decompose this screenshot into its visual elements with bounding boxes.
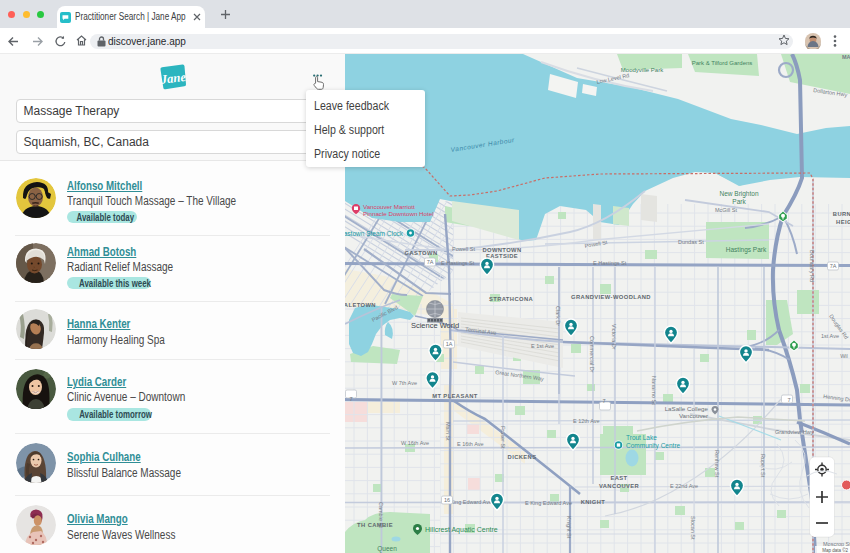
svg-text:16: 16 (444, 497, 450, 503)
svg-text:E King Edward Ave: E King Edward Ave (525, 500, 572, 506)
svg-text:GRANDVIEW-WOODLAND: GRANDVIEW-WOODLAND (571, 294, 651, 300)
svg-text:E 1st Ave: E 1st Ave (531, 343, 554, 349)
svg-text:1st Ave: 1st Ave (821, 333, 839, 339)
svg-text:E 22nd Ave: E 22nd Ave (670, 483, 698, 489)
svg-text:Renfrew St: Renfrew St (714, 450, 720, 478)
svg-text:GASTOWN: GASTOWN (405, 250, 438, 256)
svg-text:Knight St: Knight St (566, 516, 572, 539)
svg-text:Vancouver Marriott: Vancouver Marriott (363, 203, 415, 210)
svg-text:Park: Park (732, 198, 746, 205)
svg-text:7A: 7A (427, 259, 434, 265)
svg-text:Main St: Main St (445, 422, 451, 441)
svg-text:HEIG: HEIG (836, 219, 850, 225)
svg-text:E Hastings St: E Hastings St (593, 260, 627, 266)
svg-text:Jane: Jane (159, 70, 187, 87)
svg-text:Wil: Wil (840, 353, 848, 359)
svg-text:Queen: Queen (377, 545, 397, 553)
svg-text:TH CAMBIE: TH CAMBIE (357, 522, 393, 528)
svg-text:Community Centre: Community Centre (626, 442, 681, 450)
svg-text:Vancouver: Vancouver (679, 412, 708, 419)
svg-text:EAST: EAST (610, 475, 627, 481)
svg-text:Victoria Dr: Victoria Dr (611, 324, 617, 350)
svg-text:STRATHCONA: STRATHCONA (489, 296, 534, 302)
svg-text:7: 7 (602, 398, 605, 404)
svg-text:Grandview Hwy: Grandview Hwy (775, 429, 814, 435)
svg-text:LaSalle College: LaSalle College (665, 405, 709, 412)
svg-text:Slocan St: Slocan St (690, 516, 696, 540)
svg-text:MT PLEASANT: MT PLEASANT (432, 393, 478, 399)
svg-text:E 12th Ave: E 12th Ave (573, 418, 600, 424)
svg-text:DOWNTOWN: DOWNTOWN (482, 247, 521, 253)
svg-text:Rupert St: Rupert St (760, 454, 766, 478)
svg-text:E 16th Ave: E 16th Ave (457, 441, 484, 447)
svg-text:Science World: Science World (411, 321, 459, 330)
svg-text:BURN: BURN (833, 211, 850, 217)
svg-text:McGill St: McGill St (715, 207, 737, 213)
svg-text:Dundas St: Dundas St (678, 239, 704, 245)
svg-text:7A: 7A (830, 263, 837, 269)
svg-text:Commercial Dr: Commercial Dr (589, 336, 595, 373)
svg-text:YALETOWN: YALETOWN (345, 302, 376, 308)
svg-text:Fraser St: Fraser St (500, 426, 506, 449)
svg-text:VANCOUVER: VANCOUVER (599, 483, 640, 489)
svg-text:Boundary Rd: Boundary Rd (809, 250, 815, 282)
svg-text:MAR: MAR (842, 54, 850, 60)
svg-text:KNIGHT: KNIGHT (581, 499, 606, 505)
svg-text:Nanaimo St: Nanaimo St (651, 376, 657, 405)
svg-text:W 7th Ave: W 7th Ave (392, 380, 417, 386)
svg-text:Clark Dr: Clark Dr (555, 306, 561, 326)
svg-text:Hastings Park: Hastings Park (726, 246, 767, 254)
svg-text:Trout Lake: Trout Lake (626, 434, 657, 441)
svg-text:Powell St: Powell St (452, 246, 475, 252)
svg-text:Hillcrest Aquatic Centre: Hillcrest Aquatic Centre (425, 526, 498, 534)
svg-text:New Brighton: New Brighton (719, 190, 758, 198)
svg-text:7: 7 (787, 397, 790, 403)
svg-text:Park & Tilford Gardens: Park & Tilford Gardens (692, 60, 753, 66)
svg-text:7: 7 (349, 396, 352, 402)
svg-text:1A: 1A (446, 341, 453, 347)
svg-text:Moodyville Park: Moodyville Park (621, 67, 664, 73)
svg-text:DICKENS: DICKENS (508, 454, 537, 460)
svg-text:E Hastings St: E Hastings St (441, 260, 475, 266)
svg-text:Pinnacle Downtown Hotel: Pinnacle Downtown Hotel (363, 210, 434, 217)
svg-text:EASTSIDE: EASTSIDE (486, 253, 518, 259)
svg-text:Map data ©2: Map data ©2 (822, 547, 848, 553)
svg-text:astown Steam Clock: astown Steam Clock (345, 230, 404, 237)
svg-text:W 16th Ave: W 16th Ave (401, 440, 429, 446)
